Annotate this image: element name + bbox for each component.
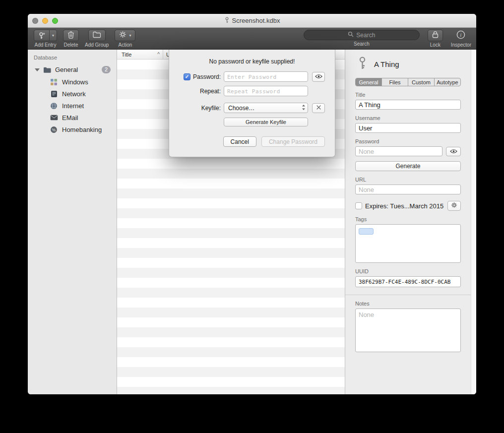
add-group-label: Add Group (85, 42, 109, 48)
toolbar-item-inspector: i Inspector (451, 30, 471, 48)
tab-files[interactable]: Files (382, 78, 408, 86)
tags-box[interactable] (355, 224, 461, 263)
password-label: Password (355, 138, 461, 144)
dialog-password-input[interactable] (224, 71, 308, 82)
entry-title: A Thing (374, 60, 399, 68)
chevron-down-icon[interactable]: ▾ (49, 30, 57, 41)
disclosure-triangle-icon[interactable] (35, 68, 40, 71)
search-placeholder: Search (356, 32, 375, 39)
zoom-button[interactable] (52, 18, 58, 24)
delete-button[interactable] (63, 30, 79, 41)
folder-icon (43, 66, 52, 73)
tab-general[interactable]: General (356, 78, 382, 86)
tab-custom[interactable]: Custom (408, 78, 435, 86)
inspector-button[interactable]: i (454, 30, 467, 41)
dialog-password-row: ✓ Password: (169, 71, 335, 82)
titlebar: Screenshot.kdbx (28, 14, 476, 28)
generate-password-button[interactable]: Generate (355, 161, 461, 171)
change-password-button[interactable]: Change Password (261, 136, 325, 147)
window-title-area: Screenshot.kdbx (224, 17, 280, 25)
close-x-icon (316, 104, 321, 112)
toolbar-item-add-group: Add Group (85, 30, 109, 48)
lock-button[interactable] (428, 30, 443, 41)
uuid-label: UUID (355, 268, 461, 274)
notebook-icon (50, 90, 58, 98)
toolbar-item-add-entry: ▾ Add Entry (34, 30, 57, 48)
password-field[interactable] (355, 146, 442, 156)
sidebar-section-header: Database (28, 53, 117, 63)
stepper-icon (302, 104, 306, 112)
sidebar-item-network[interactable]: Network (28, 88, 117, 100)
check-icon: ✓ (185, 74, 189, 79)
toolbar-item-action: ▾ Action (115, 30, 135, 48)
keyfile-popup-button[interactable]: Choose… (224, 103, 308, 113)
reveal-password-button[interactable] (446, 147, 461, 156)
lock-icon (432, 31, 439, 40)
expires-settings-button[interactable] (447, 201, 461, 211)
uuid-field[interactable] (355, 276, 461, 287)
column-header-title[interactable]: Title ^ (117, 50, 163, 59)
inspector-scrollbar[interactable] (471, 50, 476, 394)
dialog-buttons: Cancel Change Password (169, 136, 335, 147)
inspector-label: Inspector (451, 42, 471, 48)
password-checkbox[interactable]: ✓ (184, 73, 190, 80)
add-group-button[interactable] (88, 30, 106, 41)
column-title-label: Title (122, 52, 131, 58)
sidebar-item-general[interactable]: General 2 (28, 63, 117, 76)
search-icon (348, 31, 354, 39)
app-window: Screenshot.kdbx ▾ Add Entry Delete (28, 14, 476, 394)
notes-field[interactable] (355, 309, 461, 352)
window-title: Screenshot.kdbx (232, 17, 280, 24)
coin-percent-icon: % (50, 126, 58, 133)
url-field[interactable] (355, 185, 461, 194)
tag-chip[interactable] (359, 228, 374, 235)
key-plus-icon (34, 30, 49, 41)
password-row (355, 146, 461, 156)
username-field[interactable] (355, 123, 461, 133)
delete-label: Delete (64, 42, 78, 48)
generate-keyfile-button[interactable]: Generate Keyfile (224, 118, 308, 126)
lock-label: Lock (430, 42, 441, 48)
inspector-tabs: General Files Custom Autotype (355, 78, 461, 86)
dialog-repeat-input[interactable] (224, 86, 308, 96)
search-label: Search (354, 41, 370, 47)
title-field[interactable] (355, 100, 461, 110)
minimize-button[interactable] (42, 18, 48, 24)
sidebar-item-windows[interactable]: Windows (28, 76, 117, 88)
eye-icon (315, 73, 322, 80)
sidebar-item-label: EMail (62, 114, 78, 122)
clear-keyfile-button[interactable] (312, 103, 325, 113)
gear-icon (119, 31, 126, 40)
eye-icon (450, 148, 457, 155)
folder-plus-icon (93, 31, 101, 40)
count-badge: 2 (102, 66, 111, 73)
inspector-panel: A Thing General Files Custom Autotype Ti… (345, 50, 476, 394)
close-button[interactable] (32, 18, 38, 24)
expires-checkbox[interactable] (355, 202, 362, 209)
url-label: URL (355, 177, 461, 183)
svg-text:%: % (52, 127, 56, 132)
sidebar-item-internet[interactable]: Internet (28, 100, 117, 112)
sidebar-item-homebanking[interactable]: % Homebanking (28, 124, 117, 135)
dialog-reveal-password-button[interactable] (312, 72, 325, 82)
keyfile-popup-value: Choose… (228, 105, 254, 112)
key-icon (357, 57, 368, 72)
dialog-repeat-row: Repeat: (169, 86, 335, 96)
cancel-button[interactable]: Cancel (223, 136, 256, 147)
tab-autotype[interactable]: Autotype (435, 78, 460, 86)
dialog-message: No password or keyfile supplied! (169, 58, 335, 65)
inspector-header: A Thing (355, 57, 461, 72)
notes-label: Notes (355, 301, 461, 307)
sidebar-item-email[interactable]: EMail (28, 112, 117, 124)
title-label: Title (355, 92, 461, 98)
dialog-password-label: Password: (193, 73, 221, 80)
envelope-icon (50, 115, 58, 121)
sidebar-item-label: Windows (62, 78, 88, 86)
password-dialog: No password or keyfile supplied! ✓ Passw… (169, 50, 335, 157)
action-button[interactable]: ▾ (115, 30, 135, 41)
search-input[interactable]: Search (304, 30, 420, 40)
grid-icon (50, 78, 58, 86)
sidebar-item-label: General (55, 66, 78, 73)
sidebar: Database General 2 Windows Network (28, 50, 117, 394)
add-entry-button[interactable]: ▾ (34, 30, 57, 41)
